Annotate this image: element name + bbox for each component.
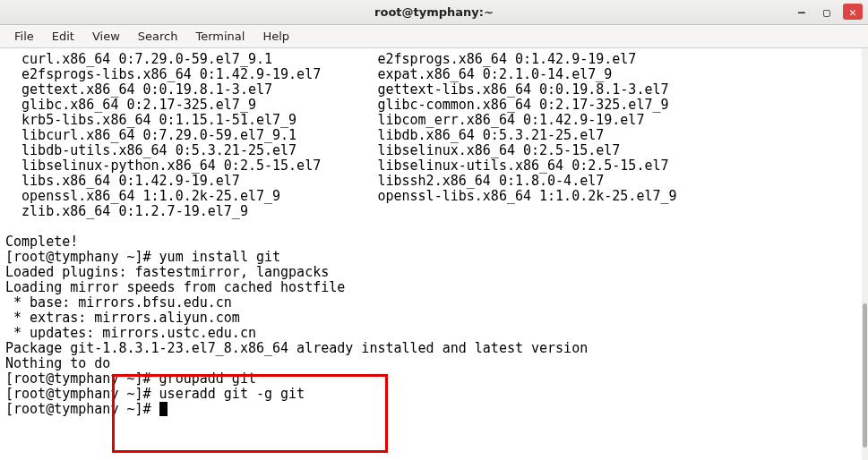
menu-help[interactable]: Help [254,26,298,47]
minimize-icon[interactable]: — [793,4,811,20]
close-icon[interactable]: ✕ [843,4,863,20]
maximize-icon[interactable]: ▢ [818,4,836,20]
menubar: File Edit View Search Terminal Help [0,25,868,48]
menu-terminal[interactable]: Terminal [186,26,254,47]
scrollbar-thumb[interactable] [863,303,867,447]
menu-file[interactable]: File [5,26,43,47]
terminal-output: curl.x86_64 0:7.29.0-59.el7_9.1 e2fsprog… [0,48,868,421]
titlebar: root@tymphany:~ — ▢ ✕ [0,0,868,25]
terminal-cursor [159,402,168,416]
menu-search[interactable]: Search [129,26,187,47]
window-title: root@tymphany:~ [374,5,494,19]
menu-edit[interactable]: Edit [43,26,83,47]
window-controls: — ▢ ✕ [793,4,863,20]
menu-view[interactable]: View [83,26,129,47]
scrollbar[interactable] [862,48,868,460]
terminal-area[interactable]: curl.x86_64 0:7.29.0-59.el7_9.1 e2fsprog… [0,48,868,460]
